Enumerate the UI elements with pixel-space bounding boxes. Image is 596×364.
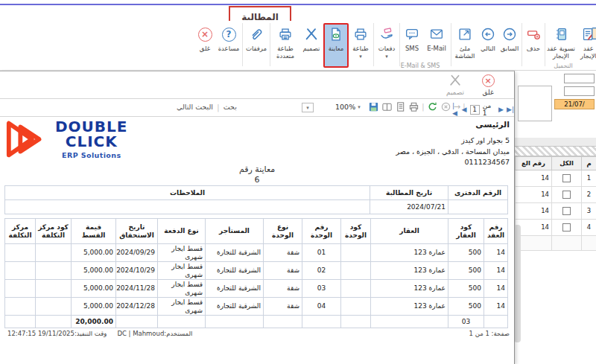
toolbar-separator — [242, 23, 243, 66]
claims-grid: م الكل رقم الع 1 14 2 14 3 14 4 — [515, 156, 596, 251]
attachments-button[interactable]: مرفقات — [244, 23, 269, 68]
find-next-link[interactable]: البحث التالي — [177, 103, 213, 112]
page-setup-icon[interactable] — [381, 101, 393, 112]
logo-text-click: CLICK — [55, 134, 128, 149]
sms-bubble-icon — [404, 25, 420, 44]
document-title: معاينة رقم 6 — [0, 165, 514, 186]
window-top-edge — [0, 4, 596, 5]
logo-text-double: DOUBLE — [55, 119, 128, 134]
dropdown-caret-icon: ▾ — [385, 54, 388, 60]
payments-hand-icon — [378, 25, 395, 44]
dropdown-caret-icon: ▾ — [359, 54, 362, 60]
grid-col-num[interactable]: م — [582, 157, 596, 170]
document-number: 6 — [0, 175, 514, 185]
logo-triangles-icon — [4, 118, 51, 160]
grid-row[interactable]: 4 14 — [516, 220, 596, 236]
multi-print-button[interactable]: طباعة متعددة — [271, 23, 299, 68]
arrow-right-circle-icon — [501, 25, 518, 44]
help-icon: ? — [222, 25, 236, 44]
app-window: المطالبة × غلق ? مساعدة مرفقات — [0, 0, 596, 364]
preview-design-button[interactable]: تصميم — [440, 73, 471, 96]
settle-rental-contract-button[interactable]: تسوية عقد الإيجار — [546, 23, 576, 68]
grid-col-select-all[interactable]: الكل — [552, 157, 582, 170]
total-count: 03 — [448, 316, 484, 328]
paperclip-icon — [248, 25, 264, 44]
single-page-icon[interactable] — [395, 101, 406, 112]
report-footer-meta: المستخدم:DC | Mahmoud وقت التنفيذ:19/11/… — [7, 330, 192, 337]
current-page-input[interactable]: 1 — [470, 105, 480, 115]
grid-row[interactable]: 1 14 — [516, 170, 596, 187]
toolbar-separator — [373, 23, 374, 66]
email-button[interactable]: E-Mail — [423, 23, 450, 68]
next-page-icon[interactable]: ▶ — [498, 106, 504, 113]
toolbar-separator — [545, 23, 545, 66]
ribbon-toolbar: × غلق ? مساعدة مرفقات طباعة متعددة — [0, 21, 596, 71]
preview-header: تصميم × غلق — [0, 71, 514, 99]
installments-table: رقم العقدكود العقار العقاركود الوحدة رقم… — [4, 218, 508, 328]
grid-col-contract[interactable]: رقم الع — [516, 157, 552, 170]
notebook-icon — [553, 25, 569, 44]
search-link[interactable]: بحث — [224, 103, 237, 112]
table-total-row: 03 20,000.00 — [5, 316, 508, 328]
delete-icon — [525, 25, 542, 44]
preview-toolbar: بحث | البحث التالي ▾ 100% ▾ — [0, 99, 514, 117]
design-button[interactable]: تصميم — [299, 23, 323, 68]
payments-button[interactable]: دفعات ▾ — [375, 23, 399, 68]
refresh-icon[interactable] — [427, 101, 438, 112]
grid-row[interactable]: 3 14 — [516, 203, 596, 220]
print-preview-window: تصميم × غلق بحث | البحث التالي ▾ 100% ▾ — [0, 71, 515, 364]
help-button[interactable]: ? مساعدة — [216, 23, 241, 68]
fullscreen-button[interactable]: ملئ الشاشة — [452, 23, 478, 68]
background-form-panel: 21/07/ م الكل رقم الع 1 14 2 14 3 — [513, 71, 596, 364]
claim-date-field[interactable]: 21/07/ — [554, 99, 595, 109]
save-icon[interactable] — [368, 101, 379, 112]
table-row: 14500 عمارة 123 01شقة الشرقية للتجارةقسط… — [5, 244, 508, 262]
company-logo: DOUBLE CLICK ERP Solutions — [4, 118, 128, 160]
toolbar-separator — [522, 23, 522, 66]
multi-print-icon — [277, 25, 294, 44]
last-page-icon[interactable]: ▶| — [507, 106, 514, 113]
previous-button[interactable]: السابق — [498, 23, 521, 68]
grid-empty-row — [516, 236, 596, 251]
total-amount: 20,000.00 — [72, 316, 116, 328]
row-checkbox[interactable] — [562, 207, 571, 215]
search-scope-dropdown[interactable]: ▾ — [302, 103, 314, 112]
toolbar-separator — [270, 23, 270, 66]
next-button[interactable]: التالي — [478, 23, 498, 68]
form-field-2[interactable] — [564, 86, 595, 96]
group-label-email-sms: E-Mail & SMS — [396, 63, 445, 69]
preview-close-button[interactable]: × غلق — [472, 73, 504, 96]
page-number-footer: صفحة: 1 من 1 — [469, 330, 510, 337]
preview-button[interactable]: معاينة — [323, 23, 349, 68]
stop-icon[interactable] — [440, 101, 451, 112]
close-icon: × — [482, 73, 495, 88]
toolbar-separator — [399, 23, 400, 66]
print-button[interactable]: طباعة ▾ — [349, 23, 372, 68]
toolbar-separator — [451, 23, 451, 66]
cutoff-toolbar-button[interactable] — [591, 25, 596, 45]
grid-scrollbar[interactable] — [514, 225, 521, 342]
form-field-1[interactable] — [564, 74, 595, 83]
design-tools-icon — [448, 73, 463, 88]
row-checkbox[interactable] — [562, 223, 571, 232]
close-icon: × — [198, 25, 212, 44]
group-label-download: التحميل — [536, 63, 591, 69]
prev-page-icon[interactable]: ◀ — [462, 106, 467, 113]
address-line-2: ميدان المساحة ، الدقي ، الجيزة ، مصر — [396, 147, 510, 158]
claim-date-value: 2024/07/21 — [370, 200, 448, 214]
report-user: المستخدم:DC | Mahmoud — [117, 330, 192, 337]
row-checkbox[interactable] — [562, 174, 571, 182]
grid-row[interactable]: 2 14 — [516, 187, 596, 203]
close-button[interactable]: × غلق — [194, 23, 216, 68]
preview-document-icon — [328, 25, 344, 44]
sms-button[interactable]: SMS — [401, 23, 423, 68]
first-page-icon[interactable]: |◀ — [452, 102, 459, 117]
zoom-dropdown-caret[interactable]: ▾ — [358, 104, 361, 110]
address-line-1: 5 بجوار اور كيدز — [396, 135, 510, 147]
quick-print-icon[interactable] — [408, 101, 419, 112]
page-navigator: |◀ ◀ 1 من 1 ▶ ▶| — [452, 102, 514, 117]
logo-tagline: ERP Solutions — [55, 152, 128, 159]
fullscreen-icon — [457, 25, 473, 44]
delete-button[interactable]: حذف — [523, 23, 544, 68]
row-checkbox[interactable] — [562, 191, 571, 199]
